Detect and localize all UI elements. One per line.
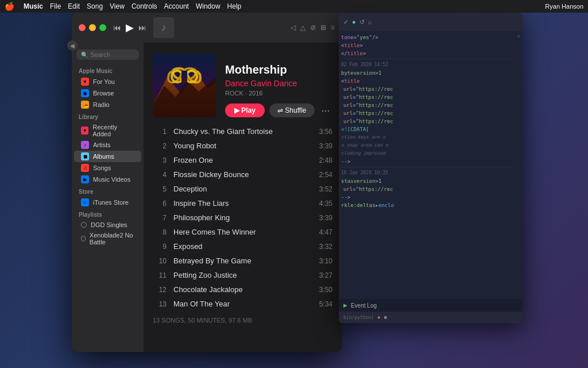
table-row[interactable]: 8 Here Comes The Winner 4:47	[148, 225, 337, 239]
menu-file[interactable]: File	[50, 2, 61, 10]
sidebar-item-xenoblade[interactable]: Xenoblade2 No Battle	[74, 230, 141, 247]
table-row[interactable]: 7 Philosopher King 3:39	[148, 210, 337, 225]
search-code-icon[interactable]: ⌕	[368, 18, 372, 25]
playlist-icon-dgd	[81, 222, 87, 228]
track-number: 4	[153, 171, 167, 179]
menu-controls[interactable]: Controls	[131, 2, 157, 10]
menu-music[interactable]: Music	[24, 2, 43, 10]
table-row[interactable]: 9 Exposed 3:32	[148, 239, 337, 254]
table-row[interactable]: 11 Petting Zoo Justice 3:27	[148, 268, 337, 282]
table-row[interactable]: 13 Man Of The Year 5:34	[148, 297, 337, 311]
sidebar-item-artists[interactable]: ♪ Artists	[74, 139, 141, 151]
track-number: 9	[153, 243, 167, 251]
event-log-bar[interactable]: ▶ Event Log	[339, 299, 523, 312]
album-artist[interactable]: Dance Gavin Dance	[225, 79, 332, 88]
table-row[interactable]: 3 Frozen One 2:48	[148, 153, 337, 167]
menubar-user: Ryan Hanson	[545, 3, 583, 10]
sidebar-item-for-you[interactable]: ♥ For You	[74, 76, 141, 87]
table-row[interactable]: 4 Flossie Dickey Bounce 2:54	[148, 167, 337, 182]
track-duration: 3:10	[314, 257, 332, 265]
track-duration: 3:27	[314, 271, 332, 279]
menu-help[interactable]: Help	[227, 2, 242, 10]
chevron-left-icon: ◀	[70, 43, 75, 49]
code-editor-panel: ✓ ● ↺ ⌕ tone="yes"/> <title> </title> 02…	[339, 13, 523, 323]
sidebar-label-albums: Albums	[93, 153, 114, 160]
table-row[interactable]: 6 Inspire The Liars 4:35	[148, 196, 337, 210]
menubar-left: 🍎 Music File Edit Song View Controls Acc…	[5, 2, 241, 11]
prev-button[interactable]: ⏮	[113, 23, 121, 32]
search-input[interactable]	[90, 51, 134, 58]
track-number: 3	[153, 156, 167, 164]
track-duration: 3:52	[314, 185, 332, 193]
sidebar-section-library: Library	[72, 110, 144, 122]
album-header: Mothership Dance Gavin Dance ROCK · 2016…	[144, 43, 342, 124]
track-number: 7	[153, 214, 167, 222]
sidebar-item-dgd-singles[interactable]: DGD Singles	[74, 220, 141, 230]
track-footer: 13 SONGS, 50 MINUTES, 97.6 MB	[144, 311, 342, 329]
track-duration: 3:32	[314, 243, 332, 251]
more-options-icon[interactable]: ≡	[331, 24, 335, 32]
title-bar: ⏮ ▶ ⏭ ♪ ◁ △ ⊘ ⊞ ≡	[72, 13, 342, 43]
play-button[interactable]: ▶ Play	[225, 103, 265, 117]
track-number: 12	[153, 286, 167, 294]
sidebar-collapse-button[interactable]: ◀	[67, 40, 78, 51]
songs-icon: ♫	[81, 164, 89, 172]
track-name: Flossie Dickey Bounce	[173, 170, 314, 179]
track-number: 8	[153, 228, 167, 236]
play-pause-button[interactable]: ▶	[126, 21, 134, 34]
sidebar-item-albums[interactable]: ◼ Albums	[74, 151, 141, 162]
music-window: ⏮ ▶ ⏭ ♪ ◁ △ ⊘ ⊞ ≡ 🔍 Apple Music ♥ For Yo	[72, 13, 342, 352]
track-list: 1 Chucky vs. The Giant Tortoise 3:56 2 Y…	[144, 124, 342, 311]
sidebar-label-browse: Browse	[93, 90, 114, 97]
sidebar-item-recently-added[interactable]: ✦ Recently Added	[74, 122, 141, 139]
code-footer-dot: ●	[377, 315, 380, 320]
menu-account[interactable]: Account	[164, 2, 189, 10]
sidebar-item-songs[interactable]: ♫ Songs	[74, 162, 141, 174]
apple-menu-icon[interactable]: 🍎	[5, 2, 14, 11]
close-button[interactable]	[79, 24, 86, 31]
shuffle-button[interactable]: ⇌ Shuffle	[269, 103, 314, 117]
table-row[interactable]: 10 Betrayed By The Game 3:10	[148, 254, 337, 268]
for-you-icon: ♥	[81, 78, 89, 86]
arrow-left-icon[interactable]: ◁	[291, 24, 296, 32]
next-button[interactable]: ⏭	[138, 23, 146, 32]
title-bar-icons: ◁ △ ⊘ ⊞ ≡	[291, 24, 335, 32]
more-button[interactable]: ···	[319, 105, 332, 117]
menu-song[interactable]: Song	[87, 2, 103, 10]
triangle-icon: ▶	[343, 302, 347, 308]
sidebar-label-radio: Radio	[93, 101, 110, 108]
arrow-up-icon[interactable]: △	[300, 24, 305, 32]
menubar-right: Ryan Hanson	[545, 3, 583, 10]
sidebar-label-songs: Songs	[93, 164, 111, 171]
track-duration: 3:56	[314, 128, 332, 136]
sidebar-item-browse[interactable]: ◉ Browse	[74, 87, 141, 99]
table-row[interactable]: 1 Chucky vs. The Giant Tortoise 3:56	[148, 124, 337, 139]
sidebar-label-dgd-singles: DGD Singles	[91, 221, 127, 228]
menu-window[interactable]: Window	[196, 2, 220, 10]
track-name: Young Robot	[173, 141, 314, 150]
sidebar-section-store: Store	[72, 185, 144, 197]
track-name: Philosopher King	[173, 213, 314, 222]
table-row[interactable]: 12 Chocolate Jackalope 3:50	[148, 282, 337, 297]
table-row[interactable]: 5 Deception 3:52	[148, 182, 337, 196]
code-content[interactable]: tone="yes"/> <title> </title> 02 Feb 202…	[339, 31, 514, 299]
fullscreen-button[interactable]	[99, 24, 106, 31]
album-info: Mothership Dance Gavin Dance ROCK · 2016…	[225, 63, 332, 117]
arrow-slash-icon[interactable]: ⊘	[310, 24, 316, 32]
sidebar-item-itunes[interactable]: ☆ iTunes Store	[74, 197, 141, 208]
check-icon[interactable]: ✓	[343, 18, 349, 26]
expand-icon[interactable]: ⊞	[320, 24, 326, 32]
track-name: Petting Zoo Justice	[173, 271, 314, 279]
minimize-button[interactable]	[89, 24, 96, 31]
search-bar[interactable]: 🔍	[76, 49, 139, 60]
sidebar-label-for-you: For You	[93, 78, 115, 85]
itunes-icon: ☆	[81, 198, 89, 206]
table-row[interactable]: 2 Young Robot 3:39	[148, 139, 337, 153]
menu-edit[interactable]: Edit	[68, 2, 80, 10]
refresh-icon[interactable]: ↺	[359, 18, 365, 26]
menu-view[interactable]: View	[110, 2, 125, 10]
sidebar-item-music-videos[interactable]: ▶ Music Videos	[74, 174, 141, 185]
track-number: 1	[153, 128, 167, 136]
sidebar-label-itunes: iTunes Store	[93, 199, 129, 206]
sidebar-item-radio[interactable]: 📻 Radio	[74, 99, 141, 110]
